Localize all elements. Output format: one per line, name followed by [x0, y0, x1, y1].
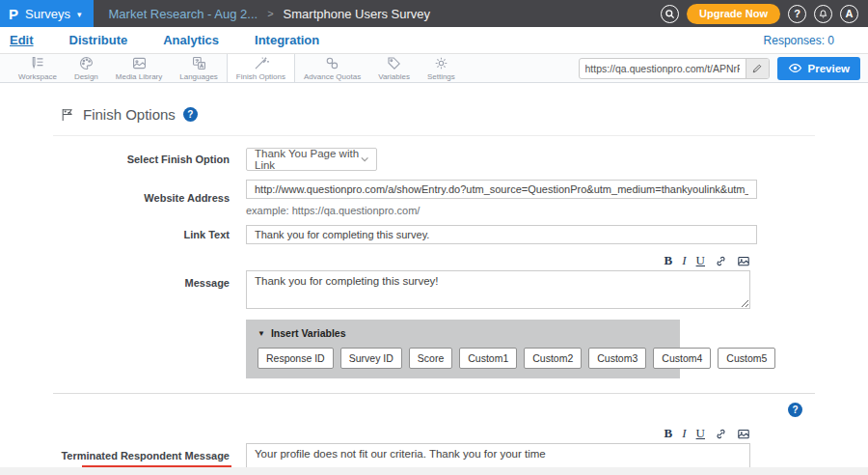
link-text-label: Link Text [53, 229, 230, 240]
toolbar-item-media-library[interactable]: Media Library [107, 54, 171, 82]
toolbar-label: Languages [179, 72, 218, 81]
advance-quotas-icon [324, 55, 340, 71]
finish-option-selected-value: Thank You Page with Link [255, 148, 361, 171]
toolbar-right: Preview [579, 54, 868, 82]
edit-url-button[interactable] [746, 59, 769, 78]
page-title: Finish Options [83, 106, 176, 123]
toolbar-item-settings[interactable]: Settings [419, 54, 464, 82]
var-button-survey-id[interactable]: Survey ID [340, 348, 402, 369]
finish-option-row: Select Finish Option Thank You Page with… [53, 148, 815, 171]
italic-button[interactable]: I [682, 253, 686, 268]
finish-options-page: Finish Options ? Select Finish Option Th… [0, 83, 868, 475]
image-button[interactable] [737, 428, 750, 440]
underline-button[interactable]: U [696, 426, 705, 441]
var-button-custom5[interactable]: Custom5 [718, 348, 775, 369]
media-library-icon [131, 55, 148, 71]
toolbar-label: Advance Quotas [304, 72, 361, 81]
var-button-custom3[interactable]: Custom3 [588, 348, 646, 369]
variables-icon [386, 55, 402, 71]
toolbar-label: Workspace [18, 72, 57, 81]
tab-integration[interactable]: Integration [255, 33, 319, 47]
link-text-input[interactable] [246, 225, 757, 244]
tab-distribute[interactable]: Distribute [69, 33, 128, 47]
responses-count[interactable]: Responses: 0 [764, 34, 858, 47]
notifications-button[interactable] [814, 5, 832, 23]
topbar: P Surveys ▾ Market Research - Aug 2... >… [0, 0, 868, 27]
var-button-score[interactable]: Score [409, 348, 452, 369]
section-divider [53, 393, 815, 394]
var-button-custom4[interactable]: Custom4 [653, 348, 711, 369]
tab-edit[interactable]: Edit [10, 33, 34, 47]
insert-variables-row: ▼ Insert Variables Response ID Survey ID… [53, 318, 815, 378]
message-label: Message [53, 270, 230, 289]
breadcrumb-separator-icon: > [267, 8, 273, 19]
terminated-message-label: Terminated Respondent Message [53, 443, 230, 461]
var-button-custom2[interactable]: Custom2 [524, 348, 582, 369]
message-editor-toolbar-row: B I U [53, 253, 815, 268]
upgrade-button[interactable]: Upgrade Now [687, 4, 780, 24]
finish-option-label: Select Finish Option [53, 154, 230, 165]
link-icon [715, 428, 727, 440]
terminated-help-icon[interactable]: ? [788, 403, 802, 417]
insert-variables-panel: ▼ Insert Variables Response ID Survey ID… [246, 320, 680, 378]
toolbar-item-languages[interactable]: Languages [171, 54, 227, 82]
finish-options-form: Select Finish Option Thank You Page with… [53, 148, 815, 475]
breadcrumb: Market Research - Aug 2... > Smartphone … [109, 7, 431, 21]
insert-variables-buttons: Response ID Survey ID Score Custom1 Cust… [258, 348, 668, 369]
breadcrumb-survey-name: Smartphone Users Survey [284, 7, 430, 21]
eye-icon [788, 63, 802, 73]
preview-button[interactable]: Preview [777, 57, 860, 80]
toolbar-item-design[interactable]: Design [66, 54, 107, 82]
help-button[interactable]: ? [788, 5, 806, 23]
toolbar-label: Design [74, 72, 98, 81]
toolbar-item-variables[interactable]: Variables [369, 54, 419, 82]
finish-flag-icon [60, 107, 75, 123]
bold-button[interactable]: B [665, 426, 673, 441]
toolbar-item-workspace[interactable]: Workspace [10, 54, 66, 82]
design-icon [78, 55, 95, 71]
toolbar-item-finish-options[interactable]: Finish Options [227, 54, 295, 82]
survey-url-input[interactable] [580, 63, 746, 74]
insert-variables-toggle[interactable]: ▼ Insert Variables [258, 327, 668, 339]
breadcrumb-folder[interactable]: Market Research - Aug 2... [109, 7, 258, 21]
link-button[interactable] [715, 428, 727, 440]
workspace-icon [29, 55, 45, 71]
terminated-editor-toolbar-row: B I U [53, 426, 815, 441]
website-address-label: Website Address [53, 192, 230, 204]
toolbar-label: Finish Options [236, 72, 285, 81]
finish-options-help-icon[interactable]: ? [183, 107, 198, 122]
italic-button[interactable]: I [682, 426, 686, 441]
settings-icon [433, 55, 449, 71]
website-address-row: Website Address example: https://qa.ques… [53, 180, 815, 216]
product-switcher[interactable]: P Surveys ▾ [0, 0, 94, 27]
edit-toolbar: Workspace Design Media Library [0, 54, 868, 83]
image-button[interactable] [737, 255, 750, 267]
survey-url-box [579, 58, 770, 79]
terminated-help-row: ? [53, 403, 815, 417]
link-button[interactable] [715, 255, 727, 267]
toolbar-label: Variables [378, 72, 410, 81]
link-icon [715, 255, 727, 267]
website-address-input[interactable] [246, 180, 757, 199]
underline-button[interactable]: U [696, 253, 705, 268]
terminated-editor-toolbar: B I U [246, 426, 750, 441]
questionpro-logo-icon: P [9, 6, 18, 22]
toolbar-item-advance-quotas[interactable]: Advance Quotas [295, 54, 369, 82]
finish-option-select[interactable]: Thank You Page with Link [246, 148, 377, 171]
avatar[interactable]: A [840, 5, 858, 23]
image-icon [737, 428, 750, 440]
insert-variables-title: Insert Variables [271, 327, 346, 339]
message-row: Message Thank you for completing this su… [53, 270, 815, 309]
survey-nav: Edit Distribute Analytics Integration Re… [0, 27, 868, 54]
var-button-custom1[interactable]: Custom1 [459, 348, 517, 369]
tab-analytics[interactable]: Analytics [163, 33, 219, 47]
finish-options-icon [253, 55, 269, 71]
message-textarea[interactable]: Thank you for completing this survey! [246, 270, 750, 309]
search-button[interactable] [661, 5, 679, 23]
var-button-response-id[interactable]: Response ID [258, 348, 334, 369]
triangle-down-icon: ▼ [258, 329, 265, 338]
toolbar-label: Media Library [116, 72, 162, 81]
bold-button[interactable]: B [665, 253, 673, 268]
image-icon [737, 255, 750, 267]
message-editor-toolbar: B I U [246, 253, 750, 268]
